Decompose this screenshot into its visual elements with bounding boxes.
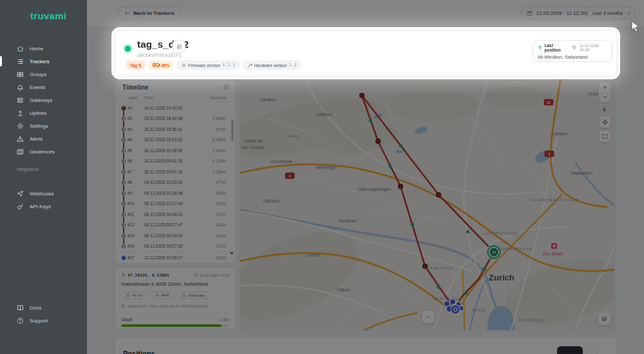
nav-item-label: Events: [30, 84, 45, 90]
list-icon: [17, 58, 24, 65]
location-pin-icon: [538, 45, 542, 50]
sidebar-footer: DocsSupport: [0, 301, 87, 327]
map-icon: [17, 148, 24, 155]
key-icon: [17, 203, 24, 210]
sidebar-item-api-keys[interactable]: API Keys: [0, 200, 87, 213]
book-icon: [17, 304, 24, 311]
nav-item-label: Groups: [30, 72, 46, 77]
gear-icon: [17, 123, 24, 130]
last-position-box: Last position 11.12.2025 16:30 Alt-Wiedi…: [533, 40, 612, 62]
nav-item-label: Uplinks: [30, 110, 46, 116]
nav-item-label: Alerts: [30, 136, 43, 142]
clock-icon: [572, 45, 576, 50]
firmware-badge: Firmware version 3.3.3: [177, 61, 239, 70]
tracker-header-card: tag_s_d1f2 10CE45FFFE01D1F2 Tag S 45% Fi…: [115, 30, 617, 76]
sidebar-item-gateways[interactable]: Gateways: [0, 93, 87, 106]
sidebar-item-events[interactable]: Events: [0, 81, 87, 93]
sidebar: truvami HomeTrackersGroupsEventsGateways…: [0, 0, 87, 354]
nav-item-label: API Keys: [30, 204, 51, 210]
tool-icon: [248, 63, 252, 68]
sidebar-item-trackers[interactable]: Trackers: [0, 55, 87, 68]
gear-icon: [182, 63, 186, 68]
online-status-dot: [123, 44, 133, 54]
device-id: 10CE45FFFE01D1F2: [137, 53, 182, 58]
device-type-badge: Tag S: [126, 61, 145, 70]
truvami-logo: truvami: [0, 0, 87, 30]
nav-item-label: Home: [30, 46, 43, 52]
sidebar-nav: HomeTrackersGroupsEventsGatewaysUplinksS…: [0, 42, 87, 158]
nav-item-label: Webhooks: [30, 191, 54, 197]
hardware-badge: Hardware version 1.2: [243, 61, 301, 70]
bell-icon: [17, 84, 24, 91]
nav-item-label: Gateways: [30, 97, 53, 103]
sidebar-item-home[interactable]: Home: [0, 42, 87, 55]
integrations-section-label: Integrations: [0, 158, 87, 175]
sidebar-item-webhooks[interactable]: Webhooks: [0, 187, 87, 200]
home-icon: [17, 45, 24, 52]
mouse-cursor: [631, 21, 640, 32]
sidebar-item-groups[interactable]: Groups: [0, 68, 87, 81]
last-position-time: [572, 45, 576, 50]
sidebar-item-support[interactable]: Support: [0, 314, 87, 327]
battery-badge: 45%: [149, 61, 173, 70]
pencil-icon: [176, 44, 182, 50]
app-window: truvami HomeTrackersGroupsEventsGateways…: [0, 0, 644, 354]
nav-item-label: Settings: [30, 123, 48, 129]
send-icon: [17, 190, 24, 197]
tracker-badges: Tag S 45% Firmware version 3.3.3 Hardwar…: [126, 61, 301, 70]
sidebar-item-settings[interactable]: Settings: [0, 119, 87, 132]
sidebar-item-uplinks[interactable]: Uplinks: [0, 106, 87, 119]
nav-item-label: Docs: [30, 305, 41, 311]
sidebar-integrations: WebhooksAPI Keys: [0, 187, 87, 213]
nav-item-label: Trackers: [30, 59, 50, 64]
warning-icon: [17, 135, 24, 143]
sidebar-item-alerts[interactable]: Alerts: [0, 132, 87, 145]
upload-icon: [17, 110, 24, 117]
last-position-address: Alt-Wiedikon, Switzerland: [538, 55, 607, 59]
groups-icon: [17, 71, 24, 78]
help-icon: [17, 317, 24, 324]
nav-item-label: Support: [30, 318, 48, 324]
sidebar-item-docs[interactable]: Docs: [0, 301, 87, 314]
battery-icon: [153, 63, 159, 67]
last-position-label: Last position: [544, 43, 569, 52]
edit-name-button[interactable]: [173, 40, 185, 53]
nav-item-label: Geofences: [30, 149, 55, 155]
sidebar-item-geofences[interactable]: Geofences: [0, 145, 87, 158]
server-icon: [17, 97, 24, 104]
